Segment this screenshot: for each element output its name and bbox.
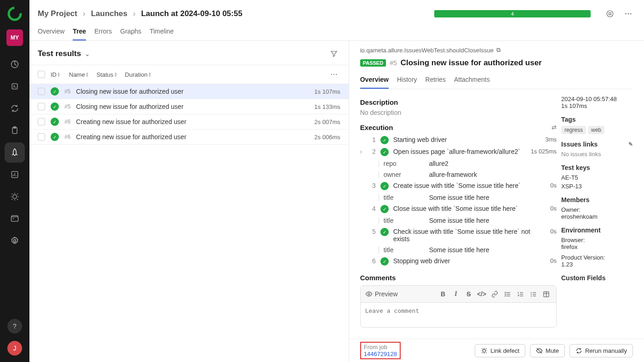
main-tabs: OverviewTreeErrorsGraphsTimeline — [29, 25, 644, 41]
bold-button[interactable]: B — [437, 288, 448, 300]
result-row[interactable]: ✓ #6 Creating new issue for authorized u… — [29, 114, 349, 130]
detail-tab-history[interactable]: History — [397, 73, 417, 89]
detail-tab-overview[interactable]: Overview — [360, 73, 389, 89]
row-checkbox[interactable] — [38, 88, 45, 95]
tag[interactable]: web — [588, 126, 604, 134]
col-id[interactable]: ID▴▾ — [51, 71, 60, 78]
svg-point-11 — [625, 13, 627, 15]
crumb-project[interactable]: My Project — [38, 9, 77, 18]
row-duration: 1s 133ms — [314, 103, 340, 110]
tab-tree[interactable]: Tree — [73, 25, 86, 40]
col-status[interactable]: Status▴▾ — [97, 71, 117, 78]
exec-settings-icon[interactable]: ⇄ — [552, 124, 557, 131]
status-icon: ✓ — [51, 102, 59, 111]
nav-jobs[interactable] — [5, 209, 25, 229]
exec-step[interactable]: › 2 ✓ Open issues page `allure-framework… — [360, 146, 557, 158]
results-title: Test results — [38, 49, 81, 58]
detail-tab-retries[interactable]: Retries — [426, 73, 446, 89]
exec-step[interactable]: 3 ✓ Create issue with title `Some issue … — [360, 180, 557, 192]
tab-timeline[interactable]: Timeline — [150, 25, 173, 40]
more-menu[interactable] — [622, 7, 635, 20]
step-num: 5 — [369, 228, 376, 235]
tag[interactable]: regress — [561, 126, 586, 134]
user-avatar[interactable]: J — [7, 341, 22, 356]
rerun-button[interactable]: Rerun manually — [569, 344, 633, 357]
row-checkbox[interactable] — [38, 133, 45, 141]
nav-dashboard[interactable] — [5, 54, 25, 74]
help-button[interactable]: ? — [7, 319, 22, 334]
link-defect-button[interactable]: Link defect — [475, 344, 525, 357]
nav-defects[interactable] — [5, 187, 25, 207]
owner-value: eroshenkoam — [561, 213, 633, 220]
step-num: 3 — [369, 182, 376, 189]
svg-point-8 — [14, 240, 16, 242]
results-panel: Test results ⌄ ID▴▾ Name▴▾ Status▴▾ Dura… — [29, 41, 349, 362]
tab-errors[interactable]: Errors — [94, 25, 112, 40]
tab-graphs[interactable]: Graphs — [120, 25, 141, 40]
filter-button[interactable] — [328, 47, 340, 60]
project-badge[interactable]: MY — [6, 29, 23, 46]
crumb-launches[interactable]: Launches — [91, 9, 127, 18]
table-button[interactable] — [540, 288, 552, 300]
expand-icon[interactable]: › — [360, 148, 365, 155]
stop-button[interactable] — [604, 7, 616, 20]
preview-button[interactable]: Preview — [365, 290, 398, 298]
col-name[interactable]: Name▴▾ — [69, 71, 88, 78]
copy-icon[interactable]: ⧉ — [496, 46, 500, 54]
code-button[interactable]: </> — [476, 288, 487, 300]
row-checkbox[interactable] — [38, 118, 45, 125]
nav-settings[interactable] — [5, 231, 25, 251]
checklist-button[interactable] — [528, 288, 539, 300]
logo[interactable] — [7, 6, 22, 21]
nav-refresh[interactable] — [5, 98, 25, 119]
row-name: Closing new issue for authorized user — [76, 88, 309, 95]
result-row[interactable]: ✓ #5 Closing new issue for authorized us… — [29, 99, 349, 114]
detail-tab-attachments[interactable]: Attachments — [454, 73, 490, 89]
ulist-button[interactable] — [502, 288, 513, 300]
browser-label: Browser: — [561, 237, 633, 243]
svg-point-9 — [607, 11, 613, 17]
svg-point-21 — [505, 292, 505, 293]
step-duration: 0s — [550, 228, 557, 235]
result-row[interactable]: ✓ #5 Closing new issue for authorized us… — [29, 84, 349, 99]
col-duration[interactable]: Duration▴▾ — [125, 71, 151, 78]
step-status-icon: ✓ — [380, 228, 389, 236]
step-num: 4 — [369, 205, 376, 212]
owner-label: Owner: — [561, 206, 633, 213]
job-id-link[interactable]: 1446729128 — [364, 351, 397, 357]
exec-step[interactable]: 4 ✓ Close issue with title `Some issue t… — [360, 203, 557, 215]
comment-input[interactable] — [361, 303, 556, 326]
job-highlight: From job 1446729128 — [360, 342, 401, 359]
exec-step[interactable]: 5 ✓ Check issue with title `Some issue t… — [360, 226, 557, 244]
result-row[interactable]: ✓ #6 Creating new issue for authorized u… — [29, 130, 349, 145]
exec-step[interactable]: 1 ✓ Starting web driver 3ms — [360, 134, 557, 146]
link-button[interactable] — [489, 288, 500, 300]
row-id: #6 — [64, 134, 70, 140]
param-value: allure2 — [429, 160, 448, 167]
mute-button[interactable]: Mute — [530, 344, 565, 357]
nav-clipboard[interactable] — [5, 120, 25, 141]
svg-point-12 — [628, 13, 629, 15]
exec-step[interactable]: 6 ✓ Stopping web driver 0s — [360, 255, 557, 267]
nav-analytics[interactable] — [5, 164, 25, 185]
step-duration: 0s — [550, 257, 557, 264]
tab-overview[interactable]: Overview — [38, 25, 64, 40]
svg-point-15 — [334, 74, 334, 75]
param-value: Some issue title here — [429, 217, 489, 224]
row-checkbox[interactable] — [38, 103, 45, 110]
chevron-down-icon[interactable]: ⌄ — [85, 50, 90, 57]
nav-testplans[interactable] — [5, 76, 25, 96]
select-all-checkbox[interactable] — [38, 71, 45, 78]
olist-button[interactable] — [515, 288, 526, 300]
param-value: Some issue title here — [429, 246, 489, 254]
edit-icon[interactable]: ✎ — [628, 141, 633, 147]
columns-menu[interactable] — [328, 68, 340, 81]
breadcrumb: My Project › Launches › Launch at 2024-0… — [38, 9, 242, 18]
nav-sidebar: MY ? J — [0, 0, 29, 362]
italic-button[interactable]: I — [450, 288, 461, 300]
step-name: Check issue with title `Some issue title… — [393, 228, 546, 243]
nav-launches[interactable] — [5, 142, 25, 163]
details-tabs: OverviewHistoryRetriesAttachments — [360, 73, 633, 89]
row-id: #5 — [64, 88, 70, 95]
strike-button[interactable]: S — [463, 288, 474, 300]
